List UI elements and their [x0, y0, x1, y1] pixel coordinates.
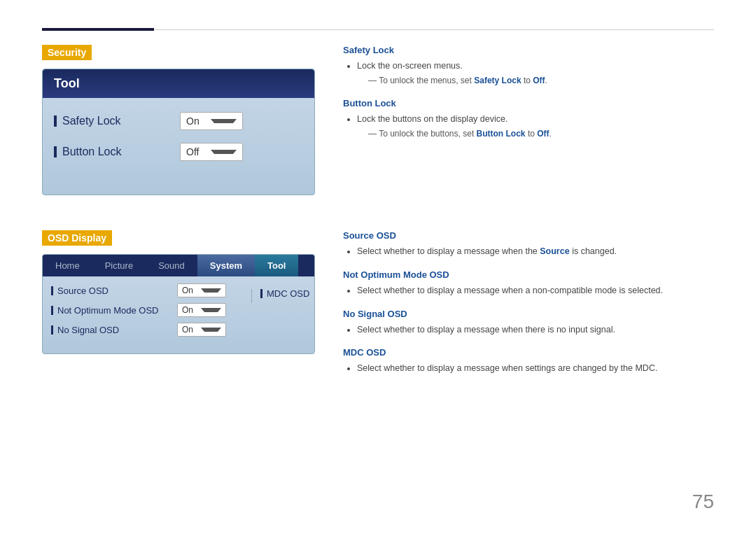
button-lock-label: Button Lock [54, 146, 180, 158]
no-signal-row: No Signal OSD On [51, 323, 237, 337]
no-signal-list: Select whether to display a message when… [357, 323, 714, 337]
button-lock-arrow [211, 150, 237, 154]
source-osd-value: On [182, 286, 195, 295]
no-signal-select[interactable]: On [177, 323, 226, 337]
button-lock-row: Button Lock Off [54, 143, 303, 161]
not-optimum-desc: Not Optimum Mode OSD Select whether to d… [343, 269, 714, 297]
mdc-osd-row: MDC OSD On [260, 286, 315, 300]
source-osd-title: Source OSD [343, 230, 714, 241]
security-right: Safety Lock Lock the on-screen menus. To… [343, 45, 714, 195]
source-osd-arrow [201, 288, 221, 293]
safety-lock-sub: To unlock the menus, set Safety Lock to … [368, 74, 714, 87]
mdc-osd-label: MDC OSD [260, 288, 315, 299]
no-signal-desc: No Signal OSD Select whether to display … [343, 309, 714, 337]
tab-picture[interactable]: Picture [92, 255, 146, 276]
not-optimum-row: Not Optimum Mode OSD On [51, 303, 237, 317]
osd-right-rows: MDC OSD On [260, 286, 315, 306]
source-osd-desc: Source OSD Select whether to display a m… [343, 230, 714, 258]
no-signal-label: No Signal OSD [51, 325, 177, 335]
button-lock-list: Lock the buttons on the display device. … [357, 113, 714, 140]
osd-section: OSD Display Home Picture Sound System To… [42, 230, 714, 386]
button-lock-select[interactable]: Off [180, 143, 243, 161]
not-optimum-select[interactable]: On [177, 303, 226, 317]
osd-divider-block: MDC OSD On [243, 283, 315, 306]
button-lock-desc: Button Lock Lock the buttons on the disp… [343, 98, 714, 140]
osd-left-rows: Source OSD On Not Optimum Mode OSD On [51, 283, 237, 342]
tool-panel: Tool Safety Lock On Button Lock Off [42, 69, 315, 195]
osd-label: OSD Display [42, 230, 112, 246]
safety-lock-row: Safety Lock On [54, 112, 303, 130]
tab-home[interactable]: Home [43, 255, 92, 276]
top-line-light [154, 29, 714, 30]
tool-panel-header: Tool [43, 69, 314, 98]
safety-lock-item: Lock the on-screen menus. To unlock the … [357, 59, 714, 87]
button-lock-title: Button Lock [343, 98, 714, 108]
security-section: Security Tool Safety Lock On Button Lock [42, 45, 714, 195]
source-osd-row: Source OSD On [51, 283, 237, 297]
source-osd-select[interactable]: On [177, 283, 226, 297]
source-osd-label: Source OSD [51, 286, 177, 296]
top-line [42, 28, 714, 31]
source-osd-item: Select whether to display a message when… [357, 245, 714, 258]
safety-lock-select[interactable]: On [180, 112, 243, 130]
osd-left: OSD Display Home Picture Sound System To… [42, 230, 315, 386]
safety-lock-title: Safety Lock [343, 45, 714, 55]
not-optimum-label: Not Optimum Mode OSD [51, 305, 177, 316]
osd-body: Source OSD On Not Optimum Mode OSD On [43, 276, 314, 353]
no-signal-arrow [201, 328, 221, 332]
tab-sound[interactable]: Sound [146, 255, 197, 276]
top-line-dark [42, 28, 154, 31]
safety-lock-value: On [186, 115, 205, 127]
button-lock-item: Lock the buttons on the display device. … [357, 113, 714, 140]
osd-tabs: Home Picture Sound System Tool [43, 255, 314, 276]
tool-panel-body: Safety Lock On Button Lock Off [43, 98, 314, 195]
not-optimum-list: Select whether to display a message when… [357, 284, 714, 297]
mdc-osd-item: Select whether to display a message when… [357, 362, 714, 375]
no-signal-item: Select whether to display a message when… [357, 323, 714, 337]
safety-lock-desc: Safety Lock Lock the on-screen menus. To… [343, 45, 714, 87]
no-signal-title: No Signal OSD [343, 309, 714, 319]
not-optimum-item: Select whether to display a message when… [357, 284, 714, 297]
button-lock-value: Off [186, 146, 205, 157]
safety-lock-label: Safety Lock [54, 115, 180, 127]
safety-lock-list: Lock the on-screen menus. To unlock the … [357, 59, 714, 87]
not-optimum-value: On [182, 305, 195, 315]
safety-lock-arrow [211, 119, 237, 123]
source-osd-list: Select whether to display a message when… [357, 245, 714, 258]
not-optimum-arrow [201, 308, 221, 312]
mdc-osd-desc: MDC OSD Select whether to display a mess… [343, 347, 714, 375]
tab-system[interactable]: System [197, 255, 255, 276]
osd-vertical-divider [251, 289, 252, 303]
osd-right: Source OSD Select whether to display a m… [343, 230, 714, 386]
button-lock-sub: To unlock the buttons, set Button Lock t… [368, 127, 714, 140]
security-left: Security Tool Safety Lock On Button Lock [42, 45, 315, 195]
page-number: 75 [692, 491, 714, 513]
security-label: Security [42, 45, 92, 60]
mdc-osd-list: Select whether to display a message when… [357, 362, 714, 375]
no-signal-value: On [182, 325, 195, 335]
tab-tool[interactable]: Tool [255, 255, 298, 276]
mdc-osd-title: MDC OSD [343, 347, 714, 358]
osd-panel: Home Picture Sound System Tool Source OS… [42, 254, 315, 354]
not-optimum-title: Not Optimum Mode OSD [343, 269, 714, 280]
